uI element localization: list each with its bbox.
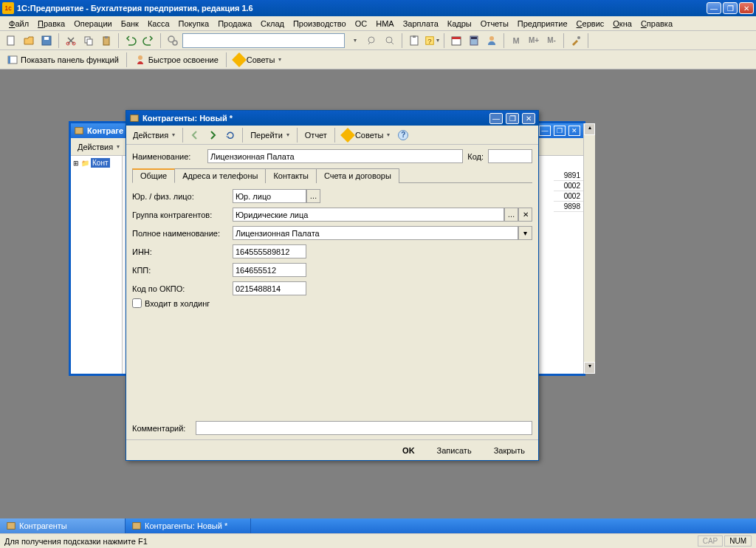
search-input[interactable]: [182, 33, 345, 48]
go-button[interactable]: Перейти: [247, 129, 293, 141]
menu-stock[interactable]: Склад: [256, 18, 289, 30]
scroll-down-icon[interactable]: ▾: [584, 362, 595, 374]
menu-production[interactable]: Производство: [289, 18, 351, 30]
calendar-icon[interactable]: [448, 32, 464, 49]
tips-button[interactable]: Советы: [230, 53, 285, 66]
menu-cash[interactable]: Касса: [143, 18, 174, 30]
bg-tree[interactable]: ⊞ 📁 Конт: [71, 156, 123, 374]
tools-icon[interactable]: [568, 32, 584, 49]
menu-help[interactable]: Справка: [636, 18, 677, 30]
fullname-label: Полное наименование:: [132, 229, 228, 238]
menu-edit[interactable]: Правка: [33, 18, 69, 30]
dialog-actions-button[interactable]: Действия: [129, 129, 179, 141]
type-input[interactable]: [233, 189, 306, 203]
new-icon[interactable]: [3, 32, 19, 49]
search-dropdown[interactable]: [346, 32, 362, 49]
calc-icon[interactable]: [466, 32, 482, 49]
app-titlebar: 1c 1С:Предприятие - Бухгалтерия предприя…: [0, 0, 756, 16]
scroll-up-icon[interactable]: ▴: [584, 123, 595, 135]
menu-purchase[interactable]: Покупка: [174, 18, 214, 30]
dialog-minimize-icon[interactable]: —: [489, 113, 503, 124]
copy-icon[interactable]: [80, 32, 97, 49]
bg-close-icon[interactable]: ✕: [568, 126, 580, 136]
paste-icon[interactable]: [98, 32, 114, 49]
dialog-help-icon[interactable]: ?: [395, 127, 411, 143]
taskbar: Контрагенты Контрагенты: Новый *: [0, 518, 756, 533]
svg-point-10: [173, 41, 177, 45]
dialog-close-icon[interactable]: ✕: [522, 113, 535, 124]
find-prev-icon[interactable]: [364, 32, 380, 49]
ok-button[interactable]: OK: [395, 444, 422, 457]
quick-learn-button[interactable]: Быстрое освоение: [131, 52, 222, 67]
menu-hr[interactable]: Кадры: [443, 18, 476, 30]
refresh-icon[interactable]: [222, 127, 238, 143]
tab-accounts[interactable]: Счета и договоры: [316, 168, 399, 183]
close-button[interactable]: ✕: [739, 2, 754, 14]
m-minus-icon[interactable]: M-: [543, 32, 560, 49]
okpo-input[interactable]: [233, 281, 306, 295]
clipboard-icon[interactable]: [406, 32, 422, 49]
bg-actions-button[interactable]: Действия: [74, 141, 123, 153]
m-icon[interactable]: M: [508, 32, 524, 49]
svg-point-22: [577, 36, 580, 39]
dialog-tips-button[interactable]: Советы: [339, 129, 394, 142]
tab-contacts[interactable]: Контакты: [265, 168, 317, 183]
menu-file[interactable]: Файл: [4, 18, 33, 30]
open-icon[interactable]: [21, 32, 37, 49]
svg-text:?: ?: [427, 36, 431, 44]
taskbar-item-dialog[interactable]: Контрагенты: Новый *: [126, 518, 251, 533]
svg-rect-27: [131, 115, 139, 122]
type-select-button[interactable]: …: [306, 189, 320, 203]
menu-reports[interactable]: Отчеты: [476, 18, 513, 30]
bg-maximize-icon[interactable]: ❐: [554, 126, 566, 136]
maximize-button[interactable]: ❐: [723, 2, 738, 14]
report-button[interactable]: Отчет: [301, 129, 331, 141]
menu-service[interactable]: Сервис: [572, 18, 609, 30]
name-input[interactable]: [207, 149, 463, 163]
users-icon[interactable]: [484, 32, 500, 49]
m-plus-icon[interactable]: M+: [526, 32, 542, 49]
inn-input[interactable]: [233, 244, 306, 258]
nav-back-icon[interactable]: [187, 127, 203, 143]
show-panel-button[interactable]: Показать панель функций: [3, 52, 123, 67]
group-input[interactable]: [233, 208, 504, 222]
list-cell: 0002: [554, 191, 583, 202]
dialog-maximize-icon[interactable]: ❐: [506, 113, 519, 124]
tab-addresses[interactable]: Адреса и телефоны: [174, 168, 266, 183]
svg-rect-26: [75, 128, 83, 134]
comment-input[interactable]: [196, 421, 532, 435]
find-icon[interactable]: [165, 32, 181, 49]
menu-enterprise[interactable]: Предприятие: [513, 18, 572, 30]
close-dialog-button[interactable]: Закрыть: [487, 444, 532, 457]
help-icon[interactable]: ?: [424, 32, 440, 49]
menu-nma[interactable]: НМА: [371, 18, 398, 30]
taskbar-item-list[interactable]: Контрагенты: [0, 518, 126, 533]
group-clear-button[interactable]: ✕: [518, 208, 532, 222]
fullname-dropdown-button[interactable]: ▾: [518, 226, 532, 240]
menu-windows[interactable]: Окна: [608, 18, 636, 30]
dialog-footer: OK Записать Закрыть: [126, 439, 538, 460]
save-button[interactable]: Записать: [430, 444, 479, 457]
fullname-input[interactable]: [233, 226, 518, 240]
menu-sale[interactable]: Продажа: [213, 18, 256, 30]
nav-fwd-icon[interactable]: [205, 127, 221, 143]
cut-icon[interactable]: [63, 32, 79, 49]
menu-os[interactable]: ОС: [351, 18, 372, 30]
undo-icon[interactable]: [123, 32, 139, 49]
save-icon[interactable]: [38, 32, 55, 49]
menu-operations[interactable]: Операции: [69, 18, 116, 30]
tree-item[interactable]: Конт: [91, 158, 110, 168]
code-input[interactable]: [488, 149, 532, 163]
dialog-titlebar[interactable]: Контрагенты: Новый * — ❐ ✕: [126, 111, 538, 126]
kpp-input[interactable]: [233, 263, 306, 277]
minimize-button[interactable]: —: [707, 2, 721, 14]
bg-minimize-icon[interactable]: —: [539, 126, 551, 136]
redo-icon[interactable]: [140, 32, 157, 49]
find-next-icon[interactable]: [382, 32, 398, 49]
bg-scrollbar[interactable]: ▴ ▾: [583, 123, 595, 374]
group-select-button[interactable]: …: [504, 208, 518, 222]
menu-bank[interactable]: Банк: [117, 18, 143, 30]
menu-salary[interactable]: Зарплата: [399, 18, 443, 30]
tab-general[interactable]: Общие: [132, 168, 175, 183]
holding-checkbox[interactable]: [132, 298, 142, 308]
